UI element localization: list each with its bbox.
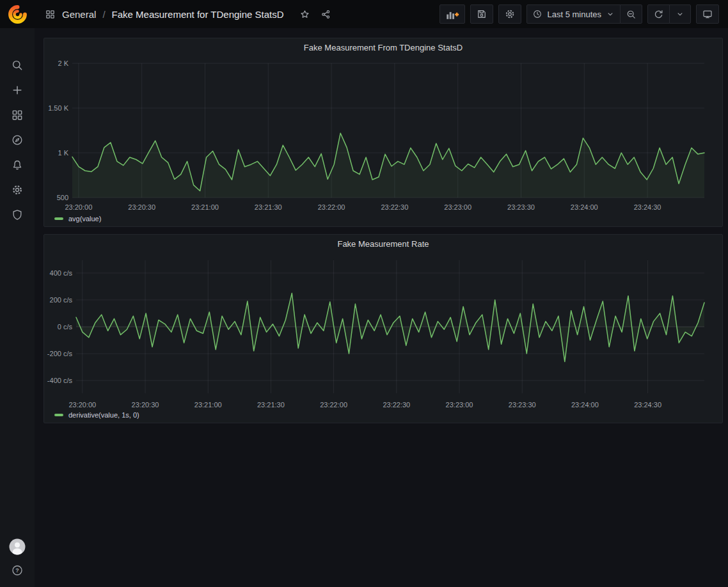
svg-text:23:24:30: 23:24:30 (634, 401, 661, 409)
svg-text:-200 c/s: -200 c/s (47, 350, 73, 357)
refresh-group (647, 4, 691, 24)
legend-label: avg(value) (68, 215, 101, 223)
cycle-view-mode-button[interactable] (696, 4, 719, 24)
svg-text:23:22:00: 23:22:00 (318, 203, 345, 211)
share-icon (320, 9, 331, 20)
legend: avg(value) (54, 215, 101, 223)
save-icon (476, 8, 487, 20)
clock-icon (532, 9, 542, 19)
refresh-button[interactable] (647, 4, 670, 24)
svg-text:1.50 K: 1.50 K (48, 104, 68, 112)
time-picker-group: Last 5 minutes (526, 4, 642, 24)
svg-text:23:24:00: 23:24:00 (571, 203, 598, 211)
svg-text:23:20:30: 23:20:30 (128, 203, 155, 211)
side-menu-bottom: ? (4, 538, 30, 587)
svg-text:0 c/s: 0 c/s (58, 323, 73, 331)
time-range-label: Last 5 minutes (547, 10, 601, 19)
dashboard-canvas: Fake Measurement From TDengine StatsD 23… (35, 28, 728, 587)
breadcrumb-folder-general[interactable]: General (62, 9, 96, 20)
svg-text:23:20:00: 23:20:00 (65, 203, 92, 211)
tv-monitor-icon (702, 8, 713, 20)
svg-text:23:23:00: 23:23:00 (446, 401, 473, 409)
breadcrumb-separator: / (102, 9, 105, 20)
explore-compass-icon (11, 134, 24, 146)
legend-label: derivative(value, 1s, 0) (68, 411, 139, 419)
zoom-out-button[interactable] (620, 4, 642, 24)
breadcrumb: General / Fake Measurement for TDengine … (45, 6, 334, 22)
svg-text:23:20:30: 23:20:30 (132, 401, 159, 409)
zoom-out-icon (626, 9, 637, 20)
sidebar-item-dashboards[interactable] (4, 109, 30, 121)
app-body: ? Fake Measurement From TDengine StatsD … (0, 28, 728, 587)
svg-text:23:22:30: 23:22:30 (381, 203, 408, 211)
panel-title[interactable]: Fake Measurement Rate (44, 235, 722, 253)
star-icon (299, 9, 310, 20)
time-picker-button[interactable]: Last 5 minutes (526, 4, 621, 24)
dashboard-title: Fake Measurement for TDengine StatsD (112, 9, 284, 20)
panel-fake-measurement-from-tdengine-statsd: Fake Measurement From TDengine StatsD 23… (44, 38, 723, 227)
chevron-down-icon (606, 10, 615, 19)
save-dashboard-button[interactable] (470, 4, 493, 24)
series-color-swatch (54, 414, 63, 416)
grafana-logo[interactable] (0, 4, 35, 25)
svg-text:23:23:00: 23:23:00 (444, 203, 471, 211)
svg-text:23:22:30: 23:22:30 (383, 401, 410, 409)
svg-text:23:23:30: 23:23:30 (509, 401, 536, 409)
svg-text:-400 c/s: -400 c/s (47, 377, 73, 384)
svg-text:23:21:00: 23:21:00 (191, 203, 219, 211)
add-panel-icon (445, 8, 459, 20)
panel-title[interactable]: Fake Measurement From TDengine StatsD (44, 38, 722, 56)
sidebar-item-create[interactable] (4, 84, 30, 97)
help-icon: ? (11, 564, 24, 577)
legend: derivative(value, 1s, 0) (54, 411, 139, 419)
settings-gear-icon (504, 8, 516, 20)
help-button[interactable]: ? (4, 564, 30, 577)
user-avatar (9, 538, 26, 555)
svg-text:23:21:00: 23:21:00 (194, 401, 222, 409)
sidebar-item-server-admin[interactable] (4, 208, 30, 221)
refresh-interval-dropdown[interactable] (669, 4, 691, 24)
side-menu: ? (0, 28, 35, 587)
server-admin-shield-icon (11, 208, 24, 221)
svg-text:23:22:00: 23:22:00 (320, 401, 347, 409)
search-icon (11, 59, 24, 72)
legend-item-derivative[interactable]: derivative(value, 1s, 0) (54, 411, 139, 419)
dashboards-grid-icon (45, 9, 56, 20)
add-panel-button[interactable] (439, 4, 465, 24)
svg-text:23:20:00: 23:20:00 (68, 401, 96, 409)
share-dashboard-button[interactable] (318, 6, 334, 22)
sidebar-item-search[interactable] (4, 59, 30, 72)
time-series-chart[interactable]: 23:20:0023:20:3023:21:0023:21:3023:22:00… (44, 56, 722, 215)
legend-item-avg-value[interactable]: avg(value) (54, 215, 101, 223)
grafana-flame-icon (7, 4, 28, 25)
user-avatar-button[interactable] (4, 538, 30, 555)
dashboards-grid-icon (11, 109, 24, 121)
svg-text:23:21:30: 23:21:30 (257, 401, 285, 409)
svg-text:200 c/s: 200 c/s (50, 296, 73, 304)
svg-text:400 c/s: 400 c/s (50, 269, 73, 277)
svg-text:23:23:30: 23:23:30 (507, 203, 535, 211)
svg-text:23:24:00: 23:24:00 (571, 401, 599, 409)
dashboard-toolbar: Last 5 minutes (439, 4, 719, 24)
top-nav-bar: General / Fake Measurement for TDengine … (0, 0, 728, 28)
sidebar-item-configuration[interactable] (4, 184, 30, 196)
panel-fake-measurement-rate: Fake Measurement Rate 23:20:0023:20:3023… (44, 234, 723, 423)
grafana-app: General / Fake Measurement for TDengine … (0, 0, 728, 587)
chevron-down-icon (676, 10, 684, 19)
svg-text:23:24:30: 23:24:30 (634, 203, 661, 211)
dashboard-settings-button[interactable] (498, 4, 521, 24)
refresh-icon (653, 9, 664, 20)
plus-icon (11, 84, 24, 97)
star-dashboard-button[interactable] (297, 6, 313, 22)
svg-text:2 K: 2 K (58, 59, 68, 67)
svg-text:23:21:30: 23:21:30 (255, 203, 282, 211)
sidebar-item-alerting[interactable] (4, 159, 30, 171)
svg-text:?: ? (15, 567, 19, 574)
svg-text:500: 500 (57, 194, 68, 201)
configuration-gear-icon (11, 184, 24, 196)
series-color-swatch (54, 217, 63, 220)
side-menu-items (4, 28, 30, 221)
alerting-bell-icon (11, 159, 24, 171)
sidebar-item-explore[interactable] (4, 134, 30, 146)
time-series-chart[interactable]: 23:20:0023:20:3023:21:0023:21:3023:22:00… (44, 253, 722, 411)
